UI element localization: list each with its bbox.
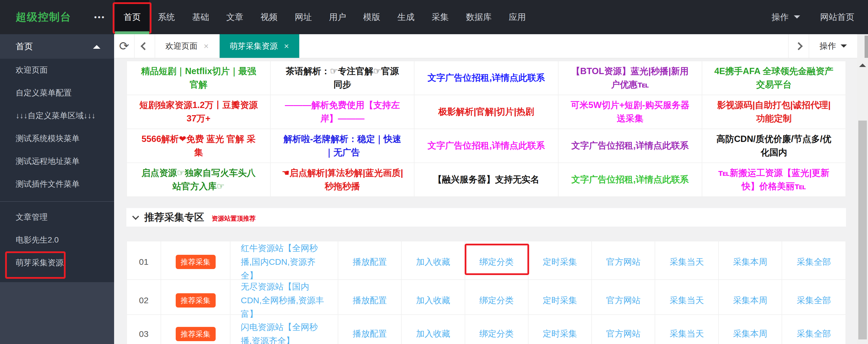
chevron-down-icon[interactable]	[132, 213, 139, 220]
sidebar-item-萌芽采集资源[interactable]: 萌芽采集资源	[0, 251, 114, 274]
more-menu-icon[interactable]: •••	[94, 13, 105, 22]
ad-link-r3c1[interactable]: 5566解析❤免费 蓝光 官解 采集	[127, 129, 271, 163]
recommended-badge: 推荐采集	[176, 293, 216, 308]
action-link-采集本周[interactable]: 采集本周	[719, 315, 782, 344]
ad-link-r3c3[interactable]: 文字广告位招租,详情点此联系	[414, 129, 558, 163]
ad-link-r1c3[interactable]: 文字广告位招租,详情点此联系	[414, 61, 558, 95]
app-logo: 超级控制台	[0, 10, 94, 24]
ad-link-r4c4[interactable]: 文字广告位招租,详情点此联系	[559, 163, 702, 197]
sidebar-group-1: 欢迎页面自定义菜单配置↓↓↓自定义菜单区域↓↓↓测试系统模块菜单测试远程地址菜单…	[0, 59, 114, 196]
action-link-加入收藏[interactable]: 加入收藏	[402, 315, 465, 344]
resource-name-link[interactable]: 红牛资源站【全网秒播,国内CDN,资源齐全】	[230, 241, 338, 282]
nav-item-数据库[interactable]: 数据库	[457, 0, 500, 34]
row-number: 01	[127, 241, 161, 282]
nav-item-生成[interactable]: 生成	[389, 0, 423, 34]
action-link-官方网站[interactable]: 官方网站	[592, 315, 655, 344]
action-link-绑定分类[interactable]: 绑定分类	[465, 241, 529, 282]
badge-cell: 推荐采集	[161, 241, 230, 282]
nav-item-用户[interactable]: 用户	[320, 0, 354, 34]
chevron-down-icon	[841, 44, 847, 51]
ad-link-r1c5[interactable]: 4E携手AFA 全球领先金融资产交易平台	[702, 61, 846, 95]
tabbar: ⟳ 欢迎页面×萌芽采集资源× 操作	[114, 34, 857, 59]
section-title: 推荐采集专区	[144, 211, 204, 224]
topbar-action-dropdown[interactable]: 操作	[772, 11, 800, 23]
tab-label: 萌芽采集资源	[230, 41, 278, 51]
action-link-采集本周[interactable]: 采集本周	[719, 241, 782, 282]
resource-name-link[interactable]: 闪电资源站【全网秒播,资源齐全】	[230, 315, 338, 344]
sidebar-item-↓↓↓自定义菜单区域↓↓↓[interactable]: ↓↓↓自定义菜单区域↓↓↓	[0, 104, 114, 127]
action-link-采集全部[interactable]: 采集全部	[782, 315, 845, 344]
tab-list: 欢迎页面×萌芽采集资源×	[155, 34, 300, 58]
action-link-采集当天[interactable]: 采集当天	[655, 241, 718, 282]
tab-scroll-right-button[interactable]	[788, 34, 809, 58]
ad-link-r4c5[interactable]: ℡新搬运工资源【蓝光|更新快】价格美丽℡	[702, 163, 846, 197]
ad-link-r1c1[interactable]: 精品短剧｜Netflix切片｜最强官解	[127, 61, 271, 95]
nav-item-模版[interactable]: 模版	[354, 0, 389, 34]
tab-close-icon[interactable]: ×	[204, 41, 209, 51]
nav-item-视频[interactable]: 视频	[252, 0, 286, 34]
ad-link-r1c2[interactable]: 茶语解析：☞专注官解☞官源同步	[271, 61, 414, 95]
action-link-播放配置[interactable]: 播放配置	[338, 241, 402, 282]
tab-萌芽采集资源[interactable]: 萌芽采集资源×	[220, 34, 300, 58]
sidebar: 首页 欢迎页面自定义菜单配置↓↓↓自定义菜单区域↓↓↓测试系统模块菜单测试远程地…	[0, 34, 114, 344]
table-row-03: 03推荐采集闪电资源站【全网秒播,资源齐全】播放配置加入收藏绑定分类定时采集官方…	[127, 315, 845, 344]
nav-item-基础[interactable]: 基础	[183, 0, 218, 34]
sidebar-menu: 欢迎页面自定义菜单配置↓↓↓自定义菜单区域↓↓↓测试系统模块菜单测试远程地址菜单…	[0, 59, 114, 282]
nav-item-采集[interactable]: 采集	[423, 0, 457, 34]
ad-link-r1c4[interactable]: 【BTOL资源】蓝光|秒播|新用户优惠℡	[559, 61, 702, 95]
nav-item-网址[interactable]: 网址	[286, 0, 320, 34]
action-link-官方网站[interactable]: 官方网站	[592, 241, 655, 282]
scrollbar-top-strip	[865, 36, 868, 58]
scroll-up-arrow-icon[interactable]	[859, 60, 866, 67]
tab-scroll-left-button[interactable]	[135, 34, 155, 58]
action-link-加入收藏[interactable]: 加入收藏	[402, 241, 465, 282]
nav-item-文章[interactable]: 文章	[218, 0, 252, 34]
sidebar-header-home[interactable]: 首页	[0, 34, 114, 59]
tab-close-icon[interactable]: ×	[284, 41, 289, 51]
sidebar-item-测试远程地址菜单[interactable]: 测试远程地址菜单	[0, 150, 114, 173]
tab-欢迎页面[interactable]: 欢迎页面×	[155, 34, 220, 58]
action-link-采集当天[interactable]: 采集当天	[655, 315, 718, 344]
action-link-绑定分类[interactable]: 绑定分类	[465, 315, 529, 344]
annotation-box-sidebar	[5, 251, 66, 279]
tab-actions-label: 操作	[819, 40, 836, 52]
table-row-02: 02推荐采集无尽资源站【国内CDN,全网秒播,资源丰富】播放配置加入收藏绑定分类…	[127, 280, 845, 315]
ad-link-r4c1[interactable]: 启点资源☞独家自写火车头八站官方入库☞	[127, 163, 271, 197]
recommended-section-header: 推荐采集专区 资源站置顶推荐	[126, 208, 846, 227]
refresh-icon: ⟳	[119, 39, 129, 53]
tab-actions-dropdown[interactable]: 操作	[809, 34, 857, 58]
action-link-播放配置[interactable]: 播放配置	[338, 315, 402, 344]
annotation-box-nav	[113, 2, 152, 34]
tab-refresh-button[interactable]: ⟳	[114, 34, 135, 58]
annotation-box-action	[465, 244, 529, 275]
ad-link-r2c3[interactable]: 极影解析|官解|切片|热剧	[414, 95, 558, 129]
sidebar-header-label: 首页	[16, 41, 33, 53]
ad-link-r2c5[interactable]: 影视源码|自助打包|诚招代理|功能定制	[702, 95, 846, 129]
sidebar-item-欢迎页面[interactable]: 欢迎页面	[0, 59, 114, 81]
recommended-badge: 推荐采集	[176, 327, 216, 341]
ad-link-r2c4[interactable]: 可米5W切片+短剧-购买服务器送采集	[559, 95, 702, 129]
action-link-定时采集[interactable]: 定时采集	[529, 241, 592, 282]
action-link-采集全部[interactable]: 采集全部	[782, 241, 845, 282]
chevron-right-icon	[795, 42, 803, 50]
sidebar-item-测试系统模块菜单[interactable]: 测试系统模块菜单	[0, 127, 114, 150]
vertical-scrollbar[interactable]	[857, 36, 868, 344]
sidebar-item-测试插件文件菜单[interactable]: 测试插件文件菜单	[0, 173, 114, 196]
ad-link-r3c2[interactable]: 解析啦-老牌解析：稳定｜快速｜无广告	[271, 129, 414, 163]
sidebar-item-自定义菜单配置[interactable]: 自定义菜单配置	[0, 81, 114, 104]
ad-link-r3c4[interactable]: 文字广告位招租,详情点此联系	[559, 129, 702, 163]
ad-link-r4c3[interactable]: 【融兴服务器】支持无实名	[414, 163, 558, 197]
nav-item-首页[interactable]: 首页	[115, 0, 149, 34]
scrollbar-thumb[interactable]	[858, 121, 867, 339]
sidebar-item-电影先生2.0[interactable]: 电影先生2.0	[0, 229, 114, 251]
nav-item-系统[interactable]: 系统	[149, 0, 183, 34]
site-home-link[interactable]: 网站首页	[820, 11, 854, 23]
ad-link-r2c2[interactable]: ———解析免费使用【支持左岸】———	[271, 95, 414, 129]
ad-link-r3c5[interactable]: 高防CDN/质优价廉/节点多/优化国内	[702, 129, 846, 163]
ad-link-r2c1[interactable]: 短剧独家资源1.2万丨豆瓣资源37万+	[127, 95, 271, 129]
table-row-01: 01推荐采集红牛资源站【全网秒播,国内CDN,资源齐全】播放配置加入收藏绑定分类…	[127, 241, 845, 280]
action-link-定时采集[interactable]: 定时采集	[529, 315, 592, 344]
sidebar-item-文章管理[interactable]: 文章管理	[0, 206, 114, 229]
ad-link-r4c2[interactable]: ☚启点解析|算法秒解|蓝光画质|秒拖秒播	[271, 163, 414, 197]
nav-item-应用[interactable]: 应用	[500, 0, 534, 34]
